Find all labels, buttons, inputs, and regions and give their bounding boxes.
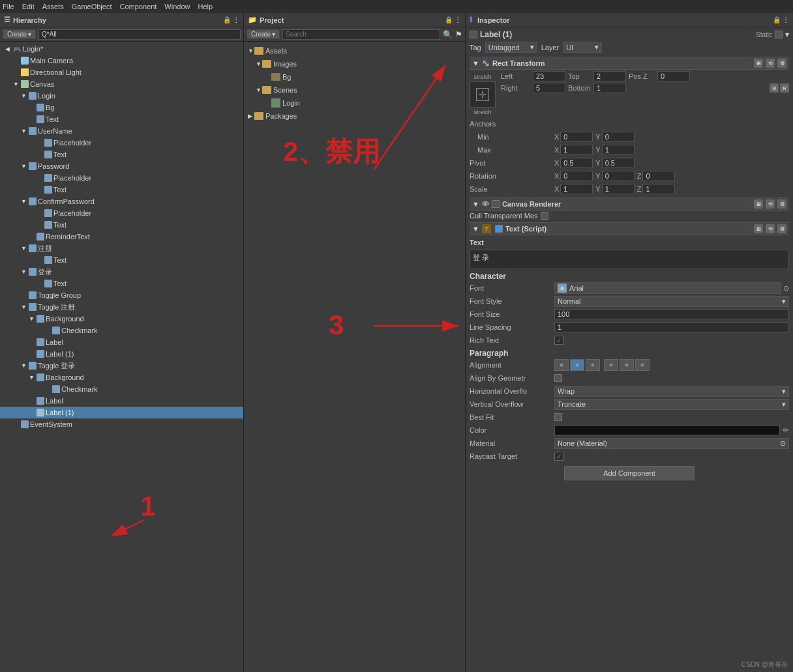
text-expand-arrow[interactable]: ▼ (472, 225, 479, 233)
project-assets-folder[interactable]: ▼ Assets (247, 44, 462, 57)
filter-icon[interactable]: ⚑ (455, 30, 462, 39)
hierarchy-item-tr-label1[interactable]: Label (1) (0, 348, 243, 360)
hierarchy-item-td-checkmark[interactable]: Checkmark (0, 383, 243, 395)
hierarchy-item-td-label1[interactable]: Label (1) (0, 407, 243, 418)
hierarchy-item-pw-placeholder[interactable]: Placeholder (0, 172, 243, 184)
project-scenes-folder[interactable]: ▼ Scenes (247, 83, 462, 96)
menu-item-gameobject[interactable]: GameObject (72, 3, 112, 10)
font-size-value[interactable] (554, 309, 789, 319)
hierarchy-item-cp-placeholder[interactable]: Placeholder (0, 207, 243, 219)
hierarchy-item-text1[interactable]: Text (0, 113, 243, 125)
blueprint-icon[interactable]: ⊞ (770, 83, 779, 93)
rot-z-value[interactable] (642, 171, 675, 181)
scale-y-value[interactable] (602, 184, 635, 194)
hierarchy-item-tr-checkmark[interactable]: Checkmark (0, 325, 243, 336)
hierarchy-item-password[interactable]: ▼ Password (0, 160, 243, 172)
max-y-value[interactable] (602, 145, 635, 155)
text-enabled-checkbox[interactable] (495, 225, 503, 233)
hierarchy-item-main-camera[interactable]: Main Camera (0, 55, 243, 66)
project-create-btn[interactable]: Create ▾ (247, 29, 280, 39)
layer-dropdown[interactable]: UI ▾ (563, 42, 602, 53)
line-spacing-value[interactable] (554, 322, 789, 332)
static-dropdown-arrow[interactable]: ▾ (785, 30, 789, 39)
menu-item-file[interactable]: File (3, 3, 14, 10)
hierarchy-item-un-placeholder[interactable]: Placeholder (0, 137, 243, 149)
project-lock[interactable]: 🔒 ⋮ (445, 16, 461, 23)
canvas-icon-1[interactable]: ⊞ (754, 199, 763, 209)
hierarchy-item-canvas[interactable]: ▼ Canvas (0, 78, 243, 90)
project-bg-folder[interactable]: Bg (247, 70, 462, 83)
stretch-widget[interactable]: ✛ (470, 81, 496, 108)
font-select-icon[interactable]: ⊙ (783, 284, 789, 293)
rect-expand-arrow[interactable]: ▼ (472, 59, 479, 67)
hierarchy-item-login[interactable]: ▼ Login (0, 90, 243, 102)
project-images-folder[interactable]: ▼ Images (247, 57, 462, 70)
pivot-y-value[interactable] (602, 158, 635, 168)
font-style-dropdown[interactable]: Normal ▾ (554, 296, 789, 307)
hierarchy-item-cp-text[interactable]: Text (0, 219, 243, 231)
text-icon-3[interactable]: ⚙ (777, 224, 786, 233)
top-value[interactable] (593, 71, 626, 81)
hierarchy-item-register[interactable]: ▼ 注册 (0, 242, 243, 254)
text-content-area[interactable]: 登 录 (470, 250, 789, 269)
rect-icon-2[interactable]: ⟲ (766, 59, 775, 68)
text-icon-1[interactable]: ⊞ (754, 224, 763, 233)
canvas-icon-2[interactable]: ⟲ (766, 199, 775, 209)
hierarchy-item-username[interactable]: ▼ UserName (0, 125, 243, 137)
rect-icon-3[interactable]: ⚙ (777, 59, 786, 68)
bottom-value[interactable] (593, 83, 626, 93)
rot-y-value[interactable] (602, 171, 635, 181)
hierarchy-search[interactable] (38, 29, 241, 40)
raycast-checkbox[interactable]: ✓ (554, 452, 563, 461)
align-right-btn[interactable]: ≡ (586, 359, 600, 371)
font-value-field[interactable]: A Arial (554, 282, 781, 294)
scale-z-value[interactable] (642, 184, 675, 194)
hierarchy-lock[interactable]: 🔒 ⋮ (223, 16, 239, 23)
rect-icon-1[interactable]: ⊞ (754, 59, 763, 68)
canvas-expand-arrow[interactable]: ▼ (472, 200, 479, 208)
align-center-btn[interactable]: ≡ (570, 359, 584, 371)
hierarchy-item-bg[interactable]: Bg (0, 102, 243, 113)
min-x-value[interactable] (560, 132, 593, 142)
project-search[interactable] (282, 29, 440, 40)
align-bottom-btn[interactable]: ≡ (635, 359, 650, 371)
pivot-x-value[interactable] (560, 158, 593, 168)
scale-x-value[interactable] (560, 184, 593, 194)
hierarchy-item-confirmpassword[interactable]: ▼ ConfirmPassword (0, 196, 243, 207)
search-icon[interactable]: 🔍 (443, 30, 453, 39)
align-middle-btn[interactable]: ≡ (620, 359, 634, 371)
scene-item[interactable]: ◀ 🎮 Login* (0, 43, 243, 55)
align-geometry-checkbox[interactable] (554, 374, 562, 382)
h-overflow-dropdown[interactable]: Wrap ▾ (554, 386, 789, 397)
canvas-enabled-checkbox[interactable] (492, 200, 500, 208)
menu-item-component[interactable]: Component (119, 3, 157, 10)
menu-item-help[interactable]: Help (198, 3, 213, 10)
hierarchy-item-denglu[interactable]: ▼ 登录 (0, 266, 243, 278)
best-fit-checkbox[interactable] (554, 413, 562, 421)
hierarchy-item-eventsystem[interactable]: EventSystem (0, 418, 243, 430)
hierarchy-item-remindertext[interactable]: ReminderText (0, 231, 243, 242)
hierarchy-item-directional-light[interactable]: Directional Light (0, 66, 243, 78)
canvas-icon-3[interactable]: ⚙ (777, 199, 786, 209)
rich-text-checkbox[interactable]: ✓ (554, 336, 563, 345)
material-value[interactable]: None (Material) ⊙ (554, 438, 789, 449)
hierarchy-item-pw-text[interactable]: Text (0, 184, 243, 196)
hierarchy-create-btn[interactable]: Create ▾ (3, 29, 36, 39)
project-login-scene[interactable]: Login (247, 96, 462, 110)
color-field[interactable] (554, 425, 780, 435)
align-top-btn[interactable]: ≡ (604, 359, 618, 371)
menu-item-window[interactable]: Window (164, 3, 190, 10)
tag-dropdown[interactable]: Untagged ▾ (485, 42, 537, 53)
left-value[interactable] (533, 71, 565, 81)
align-left-btn[interactable]: ≡ (554, 359, 569, 371)
static-checkbox[interactable] (775, 31, 783, 38)
min-y-value[interactable] (602, 132, 635, 142)
hierarchy-item-un-text[interactable]: Text (0, 149, 243, 160)
inspector-lock[interactable]: 🔒 ⋮ (773, 16, 789, 23)
r-button[interactable]: R (780, 83, 789, 93)
hierarchy-item-togglegroup[interactable]: Toggle Group (0, 289, 243, 301)
text-icon-2[interactable]: ⟲ (766, 224, 775, 233)
hierarchy-item-toggle-register[interactable]: ▼ Toggle 注册 (0, 301, 243, 313)
hierarchy-item-tr-label[interactable]: Label (0, 336, 243, 348)
v-overflow-dropdown[interactable]: Truncate ▾ (554, 399, 789, 410)
